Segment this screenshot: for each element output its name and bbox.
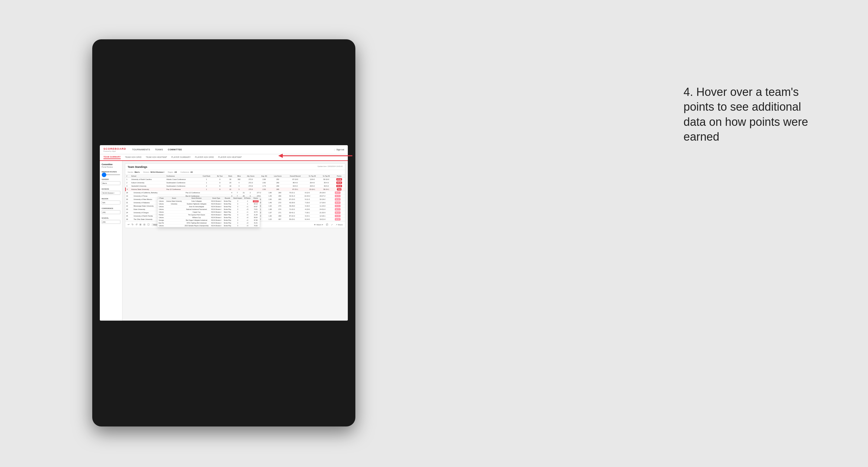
conf-rank-cell: 1 bbox=[199, 181, 214, 185]
col-record: Overall Record bbox=[285, 175, 305, 178]
gender-filter: Gender: Men's bbox=[128, 171, 140, 173]
gender-select[interactable]: Men's Women's bbox=[102, 181, 120, 185]
region-select[interactable]: N/A All bbox=[102, 200, 120, 205]
annotation-area: 4. Hover over a team's points to see add… bbox=[683, 85, 823, 145]
points-cell[interactable]: 79.5 bbox=[333, 188, 345, 191]
sidebar-header: Committee Portal Review bbox=[102, 163, 120, 168]
tooltip-table: # Team Event Event Division Event Type R… bbox=[158, 197, 260, 227]
copy-icon[interactable]: ⊞ bbox=[140, 223, 142, 226]
tt-points: 119.63 bbox=[252, 200, 260, 203]
share-button[interactable]: ↗ Share bbox=[336, 223, 343, 226]
update-time: Update time: 13/03/2024 10:03:42 bbox=[317, 165, 343, 167]
vs50-cell: 58-24-1 bbox=[319, 188, 333, 191]
conf-cell: Southeastern Conference bbox=[165, 185, 199, 188]
table-row-highlighted[interactable]: 4 Arizona State University Pac-12 Confer… bbox=[125, 188, 345, 191]
panel-title-area: Team Standings bbox=[128, 165, 147, 168]
nav-tournaments[interactable]: TOURNAMENTS bbox=[132, 148, 150, 151]
points-cell[interactable]: 93.31 bbox=[333, 181, 345, 185]
low-score-cell: 260 bbox=[270, 181, 285, 185]
main-content: Committee Portal Review Minimum Rounds G… bbox=[100, 161, 348, 321]
table-row[interactable]: 2 Auburn University Southeastern Confere… bbox=[125, 181, 345, 185]
record-cell: 87-25-1 bbox=[285, 188, 305, 191]
sidebar-conference: Conference (All) bbox=[102, 208, 120, 214]
col-vs-top50: Vs Top 50 bbox=[319, 175, 333, 178]
sidebar-subtitle: Portal Review bbox=[102, 166, 120, 168]
region-filter: Region: All bbox=[168, 171, 177, 173]
conference-filter-value: All bbox=[190, 171, 193, 173]
annotation-text: 4. Hover over a team's points to see add… bbox=[683, 85, 823, 145]
redo-icon[interactable]: ↻ bbox=[131, 223, 134, 226]
tt-event-name: Arizona State University bbox=[165, 200, 183, 203]
share-label: Share bbox=[338, 224, 343, 226]
gender-label: Gender bbox=[102, 179, 120, 180]
subnav-player-h2h-heatmap[interactable]: PLAYER H2H HEATMAP bbox=[218, 156, 242, 159]
gender-filter-value: Men's bbox=[134, 171, 140, 173]
division-select[interactable]: NCAA Division I NCAA Division II bbox=[102, 191, 120, 195]
record-cell: 86-4-0 bbox=[285, 181, 305, 185]
app-logo: SCOREBOARD Powered by clippd bbox=[103, 147, 126, 152]
points-cell[interactable]: 90.32 bbox=[333, 185, 345, 188]
low-score-cell: 252 bbox=[270, 178, 285, 181]
vs50-cell: 35-4-0 bbox=[319, 181, 333, 185]
table-row[interactable]: 18 University of California, Berkeley Pa… bbox=[125, 191, 345, 194]
conf-cell: Southeastern Conference bbox=[165, 181, 199, 185]
info-icon[interactable]: ⓘ bbox=[147, 223, 150, 226]
nav-teams[interactable]: TEAMS bbox=[155, 148, 163, 151]
subnav-player-summary[interactable]: PLAYER SUMMARY bbox=[171, 156, 190, 159]
panel-title: Team Standings bbox=[128, 165, 147, 168]
wins-cell: 262 bbox=[235, 178, 243, 181]
paste-icon[interactable]: ⊟ bbox=[143, 223, 146, 226]
rank-cell: 4 bbox=[125, 188, 130, 191]
low-score-cell: 265 bbox=[270, 188, 285, 191]
rnds-cell: 30 bbox=[226, 178, 235, 181]
col-school: School bbox=[130, 175, 165, 178]
adj-score-cell: 275.5 bbox=[244, 188, 258, 191]
undo-icon[interactable]: ↩ bbox=[128, 223, 130, 226]
rank-cell: 18 bbox=[125, 191, 132, 194]
sidebar: Committee Portal Review Minimum Rounds G… bbox=[100, 161, 123, 321]
school-cell: Auburn University bbox=[130, 181, 165, 185]
division-filter-label: Division: bbox=[143, 171, 150, 173]
table-row[interactable]: 1 University of North Carolina Atlantic … bbox=[125, 178, 345, 181]
col-points: Points bbox=[333, 175, 345, 178]
reset-icon[interactable]: ↺ bbox=[135, 223, 137, 226]
nav-committee[interactable]: COMMITTEE bbox=[168, 148, 182, 151]
vs25-cell: 33-19-1 bbox=[305, 188, 319, 191]
watch-button[interactable]: 👁 Watch ▾ bbox=[314, 223, 323, 226]
expand-button[interactable]: ⤢ bbox=[331, 223, 333, 226]
tt-rounds: Stroke Play bbox=[223, 200, 232, 203]
conference-filter: Conference: All bbox=[181, 171, 193, 173]
school-select[interactable]: (All) bbox=[102, 220, 120, 224]
subnav-team-h2h-grid[interactable]: TEAM H2H GRID bbox=[125, 156, 142, 159]
panel-header: Team Standings Update time: 13/03/2024 1… bbox=[125, 164, 345, 170]
tt-event-div: Cabo Collegiate bbox=[183, 200, 210, 203]
tablet-frame: SCOREBOARD Powered by clippd TOURNAMENTS… bbox=[92, 39, 355, 427]
col-low-score: Low Score bbox=[270, 175, 285, 178]
col-vs-top25: Vs Top 25 bbox=[305, 175, 319, 178]
avg-sg-cell: 2.82 bbox=[258, 181, 270, 185]
subnav-team-summary[interactable]: TEAM SUMMARY bbox=[103, 156, 121, 159]
col-avg-sg: Avg. SG bbox=[258, 175, 270, 178]
watch-label: Watch bbox=[316, 224, 321, 226]
points-cell[interactable]: 97.02 bbox=[333, 178, 345, 181]
col-conference: Conference bbox=[165, 175, 199, 178]
sign-out-button[interactable]: Sign out bbox=[336, 149, 344, 151]
adj-score-cell: 272.6 bbox=[244, 185, 258, 188]
conference-select[interactable]: (All) bbox=[102, 210, 120, 214]
tt-rank-impact: 3 bbox=[232, 200, 243, 203]
school-label: School bbox=[102, 217, 120, 219]
gender-filter-label: Gender: bbox=[128, 171, 134, 173]
comment-button[interactable]: 💬 bbox=[326, 223, 328, 226]
table-row[interactable]: 3 Vanderbilt University Southeastern Con… bbox=[125, 185, 345, 188]
sidebar-school: School (All) bbox=[102, 217, 120, 224]
subnav-player-h2h-grid[interactable]: PLAYER H2H GRID bbox=[195, 156, 214, 159]
tt-w-points: -1 bbox=[243, 200, 252, 203]
subnav-team-h2h-heatmap[interactable]: TEAM H2H HEATMAP bbox=[146, 156, 167, 159]
conf-rank-cell: 1 bbox=[199, 178, 214, 181]
tooltip-row: Univers National Invitational Tournament… bbox=[158, 208, 260, 211]
no-tourn-cell: 8 bbox=[214, 185, 226, 188]
min-rounds-slider[interactable] bbox=[102, 174, 120, 175]
avg-sg-cell: 2.86 bbox=[258, 178, 270, 181]
sub-nav: TEAM SUMMARY TEAM H2H GRID TEAM H2H HEAT… bbox=[100, 154, 348, 161]
conf-rank-cell: 1 bbox=[199, 188, 214, 191]
